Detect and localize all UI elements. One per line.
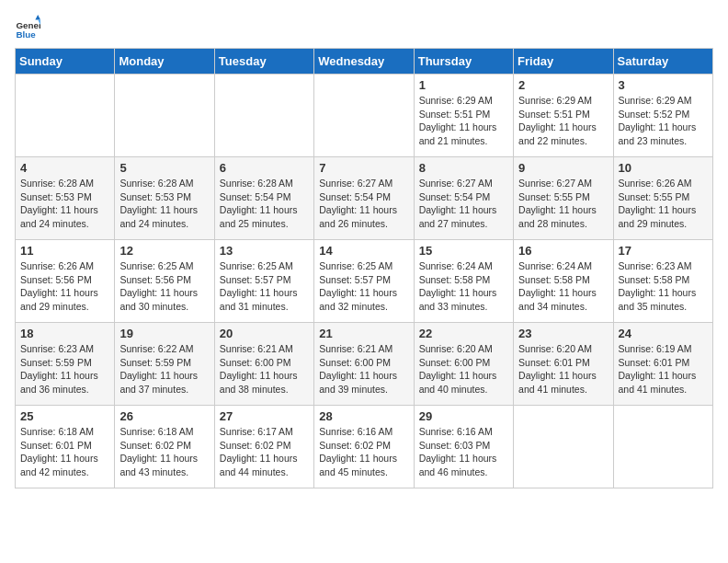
day-number: 19	[119, 327, 209, 340]
day-number: 16	[518, 244, 608, 258]
day-info: Sunrise: 6:29 AMSunset: 5:51 PMDaylight:…	[518, 94, 608, 148]
day-number: 15	[419, 244, 508, 258]
calendar-cell: 10Sunrise: 6:26 AMSunset: 5:55 PMDayligh…	[613, 157, 712, 240]
day-number: 9	[518, 161, 608, 175]
day-info: Sunrise: 6:21 AMSunset: 6:00 PMDaylight:…	[319, 342, 408, 396]
day-info: Sunrise: 6:18 AMSunset: 6:02 PMDaylight:…	[119, 425, 209, 479]
calendar-week-row: 18Sunrise: 6:23 AMSunset: 5:59 PMDayligh…	[16, 323, 713, 406]
day-info: Sunrise: 6:18 AMSunset: 6:01 PMDaylight:…	[20, 425, 109, 479]
day-number: 13	[220, 244, 309, 258]
day-number: 29	[419, 409, 508, 423]
calendar-cell: 28Sunrise: 6:16 AMSunset: 6:02 PMDayligh…	[314, 406, 414, 488]
weekday-header-sunday: Sunday	[16, 49, 115, 75]
day-info: Sunrise: 6:24 AMSunset: 5:58 PMDaylight:…	[518, 259, 608, 314]
calendar-cell	[314, 75, 414, 157]
day-number: 20	[220, 327, 309, 340]
svg-marker-2	[35, 15, 40, 20]
calendar-cell: 5Sunrise: 6:28 AMSunset: 5:53 PMDaylight…	[115, 157, 214, 240]
weekday-header-wednesday: Wednesday	[314, 49, 414, 75]
calendar-cell: 15Sunrise: 6:24 AMSunset: 5:58 PMDayligh…	[414, 240, 513, 323]
day-number: 14	[319, 244, 408, 258]
calendar-week-row: 1Sunrise: 6:29 AMSunset: 5:51 PMDaylight…	[16, 75, 713, 157]
calendar-cell: 13Sunrise: 6:25 AMSunset: 5:57 PMDayligh…	[214, 240, 313, 323]
calendar-cell: 20Sunrise: 6:21 AMSunset: 6:00 PMDayligh…	[214, 323, 313, 406]
calendar-cell	[16, 75, 115, 157]
day-info: Sunrise: 6:20 AMSunset: 6:01 PMDaylight:…	[518, 342, 608, 396]
day-info: Sunrise: 6:28 AMSunset: 5:54 PMDaylight:…	[220, 177, 309, 231]
calendar-cell: 11Sunrise: 6:26 AMSunset: 5:56 PMDayligh…	[16, 240, 115, 323]
calendar-cell: 9Sunrise: 6:27 AMSunset: 5:55 PMDaylight…	[514, 157, 613, 240]
calendar-cell: 22Sunrise: 6:20 AMSunset: 6:00 PMDayligh…	[414, 323, 513, 406]
day-info: Sunrise: 6:27 AMSunset: 5:54 PMDaylight:…	[419, 177, 508, 231]
calendar-cell: 25Sunrise: 6:18 AMSunset: 6:01 PMDayligh…	[16, 406, 115, 488]
day-info: Sunrise: 6:26 AMSunset: 5:55 PMDaylight:…	[619, 177, 708, 231]
svg-text:Blue: Blue	[16, 29, 36, 40]
calendar-cell: 26Sunrise: 6:18 AMSunset: 6:02 PMDayligh…	[115, 406, 214, 488]
day-info: Sunrise: 6:19 AMSunset: 6:01 PMDaylight:…	[619, 342, 708, 396]
weekday-header-row: SundayMondayTuesdayWednesdayThursdayFrid…	[16, 49, 713, 75]
calendar-cell: 16Sunrise: 6:24 AMSunset: 5:58 PMDayligh…	[514, 240, 613, 323]
day-info: Sunrise: 6:25 AMSunset: 5:57 PMDaylight:…	[220, 259, 309, 314]
calendar-cell	[613, 406, 712, 488]
day-number: 27	[220, 409, 309, 423]
weekday-header-monday: Monday	[115, 49, 214, 75]
calendar-cell: 29Sunrise: 6:16 AMSunset: 6:03 PMDayligh…	[414, 406, 513, 488]
calendar-week-row: 4Sunrise: 6:28 AMSunset: 5:53 PMDaylight…	[16, 157, 713, 240]
day-number: 6	[220, 161, 309, 175]
calendar-cell: 12Sunrise: 6:25 AMSunset: 5:56 PMDayligh…	[115, 240, 214, 323]
day-info: Sunrise: 6:27 AMSunset: 5:54 PMDaylight:…	[319, 177, 408, 231]
day-number: 7	[319, 161, 408, 175]
calendar-cell: 24Sunrise: 6:19 AMSunset: 6:01 PMDayligh…	[613, 323, 712, 406]
weekday-header-friday: Friday	[514, 49, 613, 75]
day-info: Sunrise: 6:29 AMSunset: 5:51 PMDaylight:…	[419, 94, 508, 148]
day-info: Sunrise: 6:26 AMSunset: 5:56 PMDaylight:…	[20, 259, 109, 314]
calendar-cell: 4Sunrise: 6:28 AMSunset: 5:53 PMDaylight…	[16, 157, 115, 240]
day-number: 12	[119, 244, 209, 258]
day-number: 21	[319, 327, 408, 340]
day-info: Sunrise: 6:28 AMSunset: 5:53 PMDaylight:…	[20, 177, 109, 231]
calendar-week-row: 25Sunrise: 6:18 AMSunset: 6:01 PMDayligh…	[16, 406, 713, 488]
day-number: 24	[619, 327, 708, 340]
day-info: Sunrise: 6:25 AMSunset: 5:56 PMDaylight:…	[119, 259, 209, 314]
calendar-cell	[514, 406, 613, 488]
day-number: 1	[419, 78, 508, 92]
calendar-cell: 7Sunrise: 6:27 AMSunset: 5:54 PMDaylight…	[314, 157, 414, 240]
day-number: 22	[419, 327, 508, 340]
calendar-cell	[115, 75, 214, 157]
day-number: 2	[518, 78, 608, 92]
calendar-cell: 19Sunrise: 6:22 AMSunset: 5:59 PMDayligh…	[115, 323, 214, 406]
calendar-cell: 27Sunrise: 6:17 AMSunset: 6:02 PMDayligh…	[214, 406, 313, 488]
day-info: Sunrise: 6:21 AMSunset: 6:00 PMDaylight:…	[220, 342, 309, 396]
calendar-cell: 23Sunrise: 6:20 AMSunset: 6:01 PMDayligh…	[514, 323, 613, 406]
calendar-cell: 8Sunrise: 6:27 AMSunset: 5:54 PMDaylight…	[414, 157, 513, 240]
day-number: 11	[20, 244, 109, 258]
calendar-cell	[214, 75, 313, 157]
day-info: Sunrise: 6:23 AMSunset: 5:59 PMDaylight:…	[20, 342, 109, 396]
calendar-cell: 21Sunrise: 6:21 AMSunset: 6:00 PMDayligh…	[314, 323, 414, 406]
day-number: 8	[419, 161, 508, 175]
day-info: Sunrise: 6:22 AMSunset: 5:59 PMDaylight:…	[119, 342, 209, 396]
day-number: 23	[518, 327, 608, 340]
calendar-cell: 14Sunrise: 6:25 AMSunset: 5:57 PMDayligh…	[314, 240, 414, 323]
calendar-cell: 1Sunrise: 6:29 AMSunset: 5:51 PMDaylight…	[414, 75, 513, 157]
day-number: 10	[619, 161, 708, 175]
calendar-table: SundayMondayTuesdayWednesdayThursdayFrid…	[15, 48, 713, 488]
day-number: 26	[119, 409, 209, 423]
logo-icon: General Blue	[15, 15, 40, 40]
day-info: Sunrise: 6:16 AMSunset: 6:03 PMDaylight:…	[419, 425, 508, 479]
calendar-cell: 3Sunrise: 6:29 AMSunset: 5:52 PMDaylight…	[613, 75, 712, 157]
day-info: Sunrise: 6:16 AMSunset: 6:02 PMDaylight:…	[319, 425, 408, 479]
calendar-cell: 18Sunrise: 6:23 AMSunset: 5:59 PMDayligh…	[16, 323, 115, 406]
day-number: 25	[20, 409, 109, 423]
day-number: 5	[119, 161, 209, 175]
day-number: 3	[619, 78, 708, 92]
day-info: Sunrise: 6:23 AMSunset: 5:58 PMDaylight:…	[619, 259, 708, 314]
logo: General Blue	[15, 15, 44, 40]
day-number: 4	[20, 161, 109, 175]
day-info: Sunrise: 6:28 AMSunset: 5:53 PMDaylight:…	[119, 177, 209, 231]
day-info: Sunrise: 6:29 AMSunset: 5:52 PMDaylight:…	[619, 94, 708, 148]
day-info: Sunrise: 6:24 AMSunset: 5:58 PMDaylight:…	[419, 259, 508, 314]
weekday-header-thursday: Thursday	[414, 49, 513, 75]
weekday-header-saturday: Saturday	[613, 49, 712, 75]
day-info: Sunrise: 6:17 AMSunset: 6:02 PMDaylight:…	[220, 425, 309, 479]
